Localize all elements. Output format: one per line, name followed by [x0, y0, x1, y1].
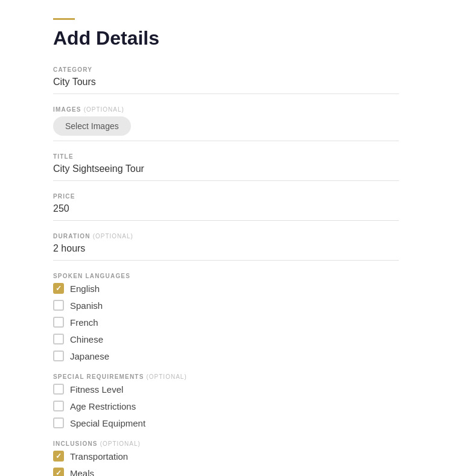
duration-value: 2 hours: [53, 243, 399, 261]
checkbox-label-equipment: Special Equipment: [70, 418, 145, 428]
checkbox-chinese[interactable]: [53, 334, 64, 344]
checkbox-item-english[interactable]: English: [53, 283, 399, 294]
checkbox-label-transportation: Transportation: [70, 451, 128, 462]
checkbox-label-french: French: [70, 317, 98, 328]
checkbox-item-transportation[interactable]: Transportation: [53, 451, 399, 462]
checkbox-fitness[interactable]: [53, 384, 64, 395]
checkbox-spanish[interactable]: [53, 300, 64, 311]
inclusions-label: INCLUSIONS (OPTIONAL): [53, 440, 399, 447]
checkbox-label-chinese: Chinese: [70, 334, 103, 344]
checkbox-equipment[interactable]: [53, 417, 64, 428]
duration-section: DURATION (OPTIONAL) 2 hours: [53, 233, 399, 261]
checkbox-transportation[interactable]: [53, 451, 64, 462]
spoken-languages-label: SPOKEN LANGUAGES: [53, 273, 399, 279]
price-label: PRICE: [53, 193, 399, 200]
spoken-languages-section: SPOKEN LANGUAGES EnglishSpanishFrenchChi…: [53, 273, 399, 361]
checkbox-item-age[interactable]: Age Restrictions: [53, 401, 399, 411]
checkbox-label-meals: Meals: [70, 468, 94, 477]
images-section: IMAGES (OPTIONAL) Select Images: [53, 106, 399, 141]
images-label: IMAGES (OPTIONAL): [53, 106, 399, 113]
price-section: PRICE 250: [53, 193, 399, 221]
special-requirements-section: SPECIAL REQUIREMENTS (OPTIONAL) Fitness …: [53, 373, 399, 428]
checkbox-label-spanish: Spanish: [70, 300, 103, 311]
checkbox-item-japanese[interactable]: Japanese: [53, 351, 399, 361]
inclusions-group: TransportationMealsInternetSouvenirs: [53, 451, 399, 476]
checkbox-label-age: Age Restrictions: [70, 401, 136, 411]
checkbox-label-english: English: [70, 284, 100, 294]
category-section: CATEGORY City Tours: [53, 66, 399, 94]
inclusions-section: INCLUSIONS (OPTIONAL) TransportationMeal…: [53, 440, 399, 476]
special-requirements-label: SPECIAL REQUIREMENTS (OPTIONAL): [53, 373, 399, 380]
title-section: TITLE City Sightseeing Tour: [53, 153, 399, 181]
checkbox-label-fitness: Fitness Level: [70, 384, 123, 395]
checkbox-item-equipment[interactable]: Special Equipment: [53, 417, 399, 428]
checkbox-japanese[interactable]: [53, 351, 64, 361]
checkbox-french[interactable]: [53, 317, 64, 328]
select-images-button[interactable]: Select Images: [53, 116, 131, 136]
checkbox-label-japanese: Japanese: [70, 351, 109, 361]
checkbox-item-chinese[interactable]: Chinese: [53, 334, 399, 344]
page-container: Add Details CATEGORY City Tours IMAGES (…: [0, 0, 452, 476]
title-value: City Sightseeing Tour: [53, 163, 399, 181]
checkbox-item-fitness[interactable]: Fitness Level: [53, 384, 399, 395]
price-value: 250: [53, 203, 399, 221]
duration-label: DURATION (OPTIONAL): [53, 233, 399, 240]
checkbox-english[interactable]: [53, 283, 64, 294]
category-label: CATEGORY: [53, 66, 399, 73]
checkbox-item-meals[interactable]: Meals: [53, 468, 399, 476]
checkbox-item-french[interactable]: French: [53, 317, 399, 328]
checkbox-age[interactable]: [53, 401, 64, 411]
checkbox-item-spanish[interactable]: Spanish: [53, 300, 399, 311]
category-value: City Tours: [53, 77, 399, 94]
special-requirements-group: Fitness LevelAge RestrictionsSpecial Equ…: [53, 384, 399, 428]
title-label: TITLE: [53, 153, 399, 160]
page-title: Add Details: [53, 27, 399, 49]
checkbox-meals[interactable]: [53, 468, 64, 476]
accent-bar: [53, 18, 75, 20]
spoken-languages-group: EnglishSpanishFrenchChineseJapanese: [53, 283, 399, 361]
